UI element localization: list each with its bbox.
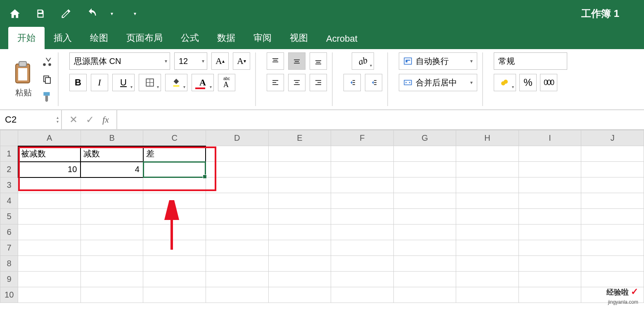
cell-F4[interactable] [331, 193, 394, 209]
cell-J9[interactable] [581, 272, 644, 287]
tab-draw[interactable]: 绘图 [81, 27, 117, 49]
cell-G6[interactable] [393, 225, 456, 240]
cell-F3[interactable] [331, 177, 394, 193]
cell-A9[interactable] [18, 272, 81, 287]
tab-review[interactable]: 审阅 [244, 27, 281, 49]
undo-dropdown-icon[interactable]: ▾ [111, 11, 113, 17]
cell-A8[interactable] [18, 256, 81, 272]
confirm-formula-icon[interactable]: ✓ [86, 114, 94, 125]
cell-H5[interactable] [456, 209, 519, 225]
cell-C4[interactable] [143, 193, 206, 209]
cell-D5[interactable] [206, 209, 268, 225]
cell-D7[interactable] [206, 240, 268, 256]
cell-H2[interactable] [456, 162, 519, 177]
cell-F6[interactable] [331, 225, 394, 240]
cut-icon[interactable] [41, 56, 53, 68]
col-header-E[interactable]: E [268, 130, 331, 146]
cell-I1[interactable] [519, 146, 581, 162]
cell-C3[interactable] [143, 177, 206, 193]
cell-J3[interactable] [581, 177, 644, 193]
cell-D4[interactable] [206, 193, 268, 209]
row-header-3[interactable]: 3 [0, 177, 18, 193]
cell-C1[interactable]: 差 [143, 146, 206, 162]
align-left-button[interactable] [267, 74, 284, 91]
cell-G4[interactable] [393, 193, 456, 209]
col-header-J[interactable]: J [581, 130, 644, 146]
cell-G1[interactable] [393, 146, 456, 162]
cell-F9[interactable] [331, 272, 394, 287]
copy-icon[interactable] [41, 73, 53, 85]
tab-formulas[interactable]: 公式 [172, 27, 208, 49]
phonetic-guide-button[interactable]: abcA [218, 74, 235, 91]
paste-icon[interactable] [12, 61, 35, 85]
cell-E5[interactable] [268, 209, 331, 225]
borders-button[interactable] [139, 74, 161, 91]
comma-style-button[interactable]: 000 [540, 74, 557, 91]
col-header-C[interactable]: C [143, 130, 206, 146]
align-right-button[interactable] [310, 74, 327, 91]
merge-center-button[interactable]: 合并后居中 ▾ [399, 74, 477, 91]
cell-F7[interactable] [331, 240, 394, 256]
cell-B2[interactable]: 4 [80, 162, 143, 177]
bold-button[interactable]: B [69, 74, 87, 91]
cell-H8[interactable] [456, 256, 519, 272]
tab-insert[interactable]: 插入 [45, 27, 81, 49]
cell-B1[interactable]: 减数 [80, 146, 143, 162]
cell-A1[interactable]: 被减数 [18, 146, 81, 162]
col-header-B[interactable]: B [80, 130, 143, 146]
col-header-A[interactable]: A [18, 130, 81, 146]
cell-B7[interactable] [80, 240, 143, 256]
row-header-4[interactable]: 4 [0, 193, 18, 209]
cell-A6[interactable] [18, 225, 81, 240]
increase-indent-button[interactable] [365, 74, 382, 91]
cell-D2[interactable] [206, 162, 268, 177]
col-header-I[interactable]: I [519, 130, 581, 146]
row-header-7[interactable]: 7 [0, 240, 18, 256]
tab-acrobat[interactable]: Acrobat [317, 28, 367, 49]
cell-C5[interactable] [143, 209, 206, 225]
cell-G5[interactable] [393, 209, 456, 225]
row-header-1[interactable]: 1 [0, 146, 18, 162]
row-header-8[interactable]: 8 [0, 256, 18, 272]
cell-J4[interactable] [581, 193, 644, 209]
font-size-select[interactable]: 12 ▾ [174, 52, 207, 70]
wrap-text-button[interactable]: 自动换行 ▾ [399, 52, 477, 70]
cell-I2[interactable] [519, 162, 581, 177]
cell-J2[interactable] [581, 162, 644, 177]
increase-font-button[interactable]: A▴ [211, 52, 229, 70]
cell-I4[interactable] [519, 193, 581, 209]
qat-customize-icon[interactable]: ▾ [134, 11, 136, 17]
cell-I5[interactable] [519, 209, 581, 225]
cell-B8[interactable] [80, 256, 143, 272]
cell-J1[interactable] [581, 146, 644, 162]
number-format-select[interactable]: 常规 [494, 52, 567, 70]
cell-J5[interactable] [581, 209, 644, 225]
cell-C7[interactable] [143, 240, 206, 256]
cell-I9[interactable] [519, 272, 581, 287]
cell-E10[interactable] [268, 287, 331, 303]
cell-J8[interactable] [581, 256, 644, 272]
cell-D10[interactable] [206, 287, 268, 303]
cell-H6[interactable] [456, 225, 519, 240]
cell-G2[interactable] [393, 162, 456, 177]
col-header-D[interactable]: D [206, 130, 268, 146]
cell-E4[interactable] [268, 193, 331, 209]
cell-D3[interactable] [206, 177, 268, 193]
decrease-font-button[interactable]: A▾ [233, 52, 250, 70]
cell-F8[interactable] [331, 256, 394, 272]
cell-E6[interactable] [268, 225, 331, 240]
format-painter-icon[interactable] [41, 91, 53, 102]
tab-home[interactable]: 开始 [8, 27, 45, 49]
cell-E1[interactable] [268, 146, 331, 162]
cell-B5[interactable] [80, 209, 143, 225]
cell-C10[interactable] [143, 287, 206, 303]
cell-G7[interactable] [393, 240, 456, 256]
formula-input[interactable] [117, 110, 644, 129]
cancel-formula-icon[interactable]: ✕ [69, 114, 78, 125]
cell-A3[interactable] [18, 177, 81, 193]
italic-button[interactable]: I [91, 74, 108, 91]
cell-A2[interactable]: 10 [18, 162, 81, 177]
cell-I3[interactable] [519, 177, 581, 193]
row-header-9[interactable]: 9 [0, 272, 18, 287]
cell-E8[interactable] [268, 256, 331, 272]
